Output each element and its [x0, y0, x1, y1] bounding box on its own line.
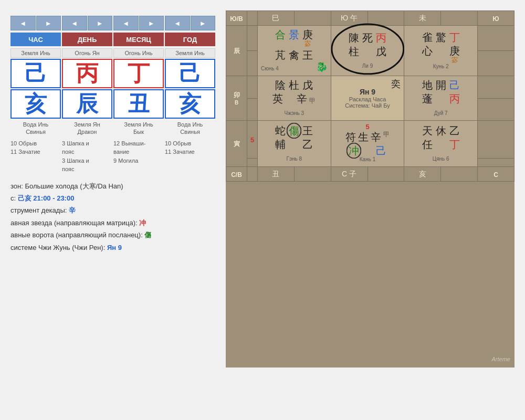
main-gate-char: 傷	[144, 231, 151, 239]
kan-name: Кань 1	[334, 156, 401, 162]
qian-char-3: 乙	[449, 125, 460, 136]
number-5-kan: 5	[365, 123, 369, 131]
qian-char-1: 天	[422, 125, 433, 136]
chen-direction: 辰	[234, 47, 240, 55]
year-branch: 亥	[165, 89, 215, 119]
li-char-2: 死	[362, 32, 373, 44]
hour-next[interactable]: ►	[36, 16, 61, 30]
year-next[interactable]: ►	[191, 16, 216, 30]
trigram-gen: 蛇 傷 王 輔 乙	[258, 121, 331, 167]
pillar-day: Огонь Ян 丙 辰 Земля ЯнДракон 3 Шапка ипоя…	[62, 48, 112, 175]
number-5-left: 5	[250, 136, 254, 144]
column-headers: ЧАС ДЕНЬ МЕСЯЦ ГОД	[10, 33, 215, 46]
mao-char: 卯	[234, 91, 240, 100]
gen-char-1: 蛇	[275, 125, 286, 136]
row-mao: 卯 В 陰 杜 戊 英 辛 甲	[226, 76, 514, 99]
year-stem: 己	[165, 59, 215, 88]
li-char-5	[362, 46, 373, 57]
main-star-char: 冲	[139, 219, 146, 227]
day-element-top: Огонь Ян	[62, 48, 112, 58]
dui-char-5: 丙	[449, 93, 460, 104]
trigram-qian: 天 休 乙 任 丁 Цянь 6	[404, 121, 478, 167]
qian-char-2: 休	[436, 125, 446, 136]
month-next[interactable]: ►	[139, 16, 164, 30]
zhen-char-5b: 甲	[309, 98, 316, 104]
syun-char-2: 景	[289, 29, 299, 47]
info-main-gate: авные ворота (направляющий посланец): 傷	[10, 229, 215, 241]
zhen-name: Чжэнь 3	[261, 110, 328, 116]
qian-char-5: 丁	[449, 139, 460, 150]
kun-char-4: 心	[422, 45, 433, 64]
trigram-zhen: 陰 杜 戊 英 辛 甲 Чжэнь 3	[258, 76, 331, 121]
month-stem: 丁	[113, 59, 164, 88]
day-stars: 3 Шапка ипояс3 Шапка ипояс	[62, 138, 112, 175]
kan-char-3: 辛	[371, 131, 381, 143]
kun-char-5: 庚	[449, 45, 460, 57]
kan-chong-wrapper: 冲	[349, 145, 359, 156]
hour-branch: 亥	[10, 89, 61, 119]
s-zi-label: С 子	[342, 170, 356, 178]
instrument-char: 辛	[69, 206, 76, 214]
gen-char-4: 輔	[275, 139, 286, 150]
gen-char-5: 乙	[302, 139, 313, 150]
raslad-label: Расклад Часа	[349, 96, 386, 102]
s-right-label: С	[494, 171, 498, 178]
dui-char-2: 開	[436, 79, 446, 91]
month-branch: 丑	[113, 89, 164, 119]
row-chen: 辰 合 景 庚 宓 芃 禽 王	[226, 26, 514, 51]
trigram-dui: 地 開 己 蓬 丙 Дуй 7	[404, 76, 478, 121]
kun-char-2: 驚	[436, 32, 446, 43]
feng-shui-grid: Ю/В 巳 Ю 午 未 Ю 辰 合 景	[226, 10, 514, 182]
trigram-syun: 合 景 庚 宓 芃 禽 王 Сюнь 4 🐉	[258, 26, 331, 76]
zhen-char-4: 英	[272, 93, 283, 104]
qian-name: Цянь 6	[407, 156, 474, 162]
row-yin: 寅 5 蛇 傷 王	[226, 121, 514, 159]
day-branch: 辰	[62, 89, 112, 119]
day-next[interactable]: ►	[88, 16, 113, 30]
year-prev[interactable]: ◄	[165, 16, 190, 30]
syun-name: Сюнь 4	[261, 66, 279, 71]
info-instrument: струмент декады: 辛	[10, 204, 215, 216]
qian-char-4: 任	[422, 139, 433, 150]
day-element-bottom: Земля ЯнДракон	[62, 120, 112, 137]
hour-stars: 10 Обрыв11 Зачатие	[10, 138, 61, 158]
month-prev[interactable]: ◄	[113, 16, 139, 30]
zhen-char-3: 戊	[302, 79, 313, 91]
info-season: зон: Большие холода (大寒/Da Han)	[10, 180, 215, 192]
wei-label: 未	[419, 14, 426, 22]
dui-char-1: 地	[422, 79, 433, 91]
li-name: Ли 9	[334, 63, 401, 69]
kun-char-3: 丁	[449, 32, 460, 43]
yang-label: Ян 9	[360, 88, 375, 96]
yub-label: Ю/В	[230, 15, 243, 23]
syun-char-6: 王	[302, 49, 313, 61]
day-prev[interactable]: ◄	[62, 16, 87, 30]
sb-label: С/В	[231, 171, 242, 178]
zhen-char-2: 杜	[289, 79, 299, 91]
zhen-char-1: 陰	[275, 79, 286, 91]
dui-char-4: 蓬	[422, 93, 433, 104]
dui-name: Дуй 7	[407, 110, 474, 116]
li-char-3: 丙	[376, 32, 386, 44]
hour-prev[interactable]: ◄	[10, 16, 36, 30]
hour-element-top: Земля Инь	[10, 48, 61, 58]
kan-char-3b: 甲	[383, 131, 390, 143]
kun-name: Кунь 2	[407, 64, 474, 69]
center-right-char: 奕	[391, 79, 401, 89]
time-range: 己亥 21:00 - 23:00	[18, 194, 75, 202]
yu-right-label: Ю	[492, 15, 499, 23]
kun-char-5b: 宓	[452, 57, 458, 64]
trigram-li: 陳 死 丙 柱 戊 Ли 9	[331, 26, 404, 76]
hai-label: 亥	[419, 170, 426, 178]
yu-noon-label: Ю 午	[341, 14, 358, 22]
pillar-year: Земля Инь 己 亥 Вода ИньСвинья 10 Обрыв11 …	[165, 48, 215, 175]
west-label: В	[235, 100, 238, 106]
year-element-bottom: Вода ИньСвинья	[165, 120, 215, 137]
info-main-star: авная звезда (направляющая матрица): 冲	[10, 217, 215, 229]
pillars-grid: Земля Инь 己 亥 Вода ИньСвинья 10 Обрыв11 …	[10, 48, 215, 175]
dragon-icon: 🐉	[316, 61, 328, 72]
syun-char-5: 禽	[289, 49, 299, 61]
header-row: Ю/В 巳 Ю 午 未 Ю	[226, 11, 514, 26]
kan-char-1: 符	[345, 131, 356, 143]
hour-nav: ◄ ►	[10, 16, 61, 30]
